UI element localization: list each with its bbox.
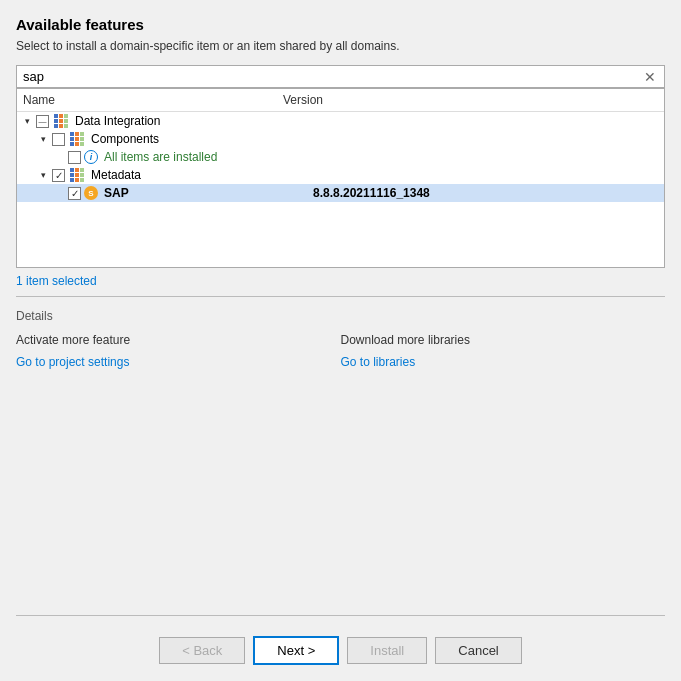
svg-rect-3 — [54, 119, 58, 123]
search-clear-button[interactable]: ✕ — [642, 70, 658, 84]
tree-header: Name Version — [17, 89, 664, 112]
tree-row-components-name: ▾ Components — [37, 132, 297, 146]
metadata-icon — [70, 168, 86, 182]
svg-rect-0 — [54, 114, 58, 118]
tree-row-sap-name: ▾ S SAP — [53, 186, 313, 200]
svg-rect-5 — [64, 119, 68, 123]
spacer — [16, 369, 665, 611]
svg-rect-25 — [75, 178, 79, 182]
chevron-icon: ▾ — [21, 115, 33, 127]
sap-icon: S — [84, 186, 98, 200]
checkbox-metadata[interactable] — [52, 169, 65, 182]
components-icon — [70, 132, 86, 146]
install-button[interactable]: Install — [347, 637, 427, 664]
svg-rect-9 — [70, 132, 74, 136]
status-text: 1 item selected — [16, 274, 97, 288]
tree-row-data-integration-name: ▾ Data Integratio — [21, 114, 281, 128]
svg-rect-7 — [59, 124, 63, 128]
svg-rect-4 — [59, 119, 63, 123]
feature-tree: Name Version ▾ — [16, 88, 665, 268]
svg-rect-23 — [80, 173, 84, 177]
tree-col-version: Version — [283, 93, 658, 107]
sap-label: SAP — [104, 186, 129, 200]
page-title: Available features — [16, 16, 665, 33]
svg-rect-16 — [75, 142, 79, 146]
cancel-button[interactable]: Cancel — [435, 637, 521, 664]
checkbox-data-integration[interactable] — [36, 115, 49, 128]
checkbox-all-items[interactable] — [68, 151, 81, 164]
tree-row-all-items-name: ▾ i All items are installed — [53, 150, 313, 164]
svg-rect-19 — [75, 168, 79, 172]
svg-rect-13 — [75, 137, 79, 141]
divider-1 — [16, 296, 665, 297]
svg-rect-10 — [75, 132, 79, 136]
tree-row-sap[interactable]: ▾ S SAP 8.8.8.20211116_1348 — [17, 184, 664, 202]
svg-rect-18 — [70, 168, 74, 172]
info-icon: i — [84, 150, 98, 164]
details-col-activate: Activate more feature Go to project sett… — [16, 333, 341, 369]
tree-col-name: Name — [23, 93, 283, 107]
chevron-metadata-icon: ▾ — [37, 169, 49, 181]
back-button[interactable]: < Back — [159, 637, 245, 664]
go-to-project-settings-link[interactable]: Go to project settings — [16, 355, 341, 369]
checkbox-sap[interactable] — [68, 187, 81, 200]
svg-rect-26 — [80, 178, 84, 182]
metadata-label: Metadata — [91, 168, 141, 182]
svg-rect-15 — [70, 142, 74, 146]
download-label: Download more libraries — [341, 333, 666, 347]
svg-rect-2 — [64, 114, 68, 118]
tree-row-components[interactable]: ▾ Components — [17, 130, 664, 148]
activate-label: Activate more feature — [16, 333, 341, 347]
tree-row-metadata-name: ▾ Metadata — [37, 168, 297, 182]
details-section: Details Activate more feature Go to proj… — [16, 301, 665, 369]
svg-rect-21 — [70, 173, 74, 177]
details-title: Details — [16, 309, 665, 323]
dialog-container: Available features Select to install a d… — [0, 0, 681, 681]
svg-rect-17 — [80, 142, 84, 146]
svg-rect-6 — [54, 124, 58, 128]
search-bar: ✕ — [16, 65, 665, 88]
svg-rect-14 — [80, 137, 84, 141]
details-col-download: Download more libraries Go to libraries — [341, 333, 666, 369]
svg-rect-8 — [64, 124, 68, 128]
svg-rect-1 — [59, 114, 63, 118]
details-grid: Activate more feature Go to project sett… — [16, 333, 665, 369]
tree-row-metadata[interactable]: ▾ Metadata — [17, 166, 664, 184]
subtitle: Select to install a domain-specific item… — [16, 39, 665, 53]
search-input[interactable] — [23, 69, 642, 84]
tree-row-data-integration[interactable]: ▾ Data Integratio — [17, 112, 664, 130]
divider-2 — [16, 615, 665, 616]
svg-rect-24 — [70, 178, 74, 182]
data-integration-icon — [54, 114, 70, 128]
svg-rect-12 — [70, 137, 74, 141]
go-to-libraries-link[interactable]: Go to libraries — [341, 355, 666, 369]
tree-row-all-items[interactable]: ▾ i All items are installed — [17, 148, 664, 166]
sap-version: 8.8.8.20211116_1348 — [313, 186, 660, 200]
all-items-label: All items are installed — [104, 150, 217, 164]
checkbox-components[interactable] — [52, 133, 65, 146]
status-bar: 1 item selected — [16, 268, 665, 292]
chevron-components-icon: ▾ — [37, 133, 49, 145]
next-button[interactable]: Next > — [253, 636, 339, 665]
svg-rect-22 — [75, 173, 79, 177]
svg-rect-20 — [80, 168, 84, 172]
svg-rect-11 — [80, 132, 84, 136]
components-label: Components — [91, 132, 159, 146]
data-integration-label: Data Integration — [75, 114, 160, 128]
button-bar: < Back Next > Install Cancel — [16, 620, 665, 669]
